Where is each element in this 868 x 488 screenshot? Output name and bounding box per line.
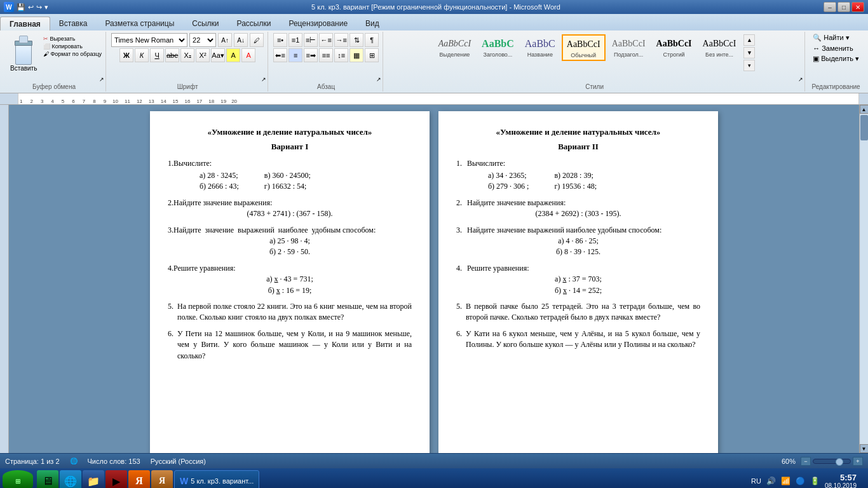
taskbar-explorer[interactable]: 🖥 <box>37 470 58 488</box>
maximize-button[interactable]: □ <box>837 2 850 12</box>
taskbar-lang[interactable]: RU <box>751 477 761 485</box>
font-grow-button[interactable]: A↑ <box>218 33 232 47</box>
page2-task3: 3. Найдите значение выражений наиболее у… <box>456 225 700 258</box>
taskbar-yandex[interactable]: Я <box>128 470 150 488</box>
language[interactable]: Русский (Россия) <box>151 458 206 465</box>
scroll-thumb[interactable] <box>860 115 868 140</box>
align-left-button[interactable]: ⬅≡ <box>273 48 287 62</box>
select-button[interactable]: ▣ Выделить ▾ <box>810 54 862 64</box>
superscript-button[interactable]: X² <box>196 48 210 62</box>
tab-insert[interactable]: Вставка <box>50 17 97 30</box>
style-normal[interactable]: AaBbCcI Обычный <box>562 34 606 61</box>
font-size-select[interactable]: 22 <box>189 33 216 47</box>
style-title[interactable]: AaBbC Название <box>520 34 560 60</box>
taskbar-word[interactable]: W 5 кл. кр3. вариант... <box>174 470 259 488</box>
word-taskbar-icon: W <box>180 476 188 486</box>
replace-button[interactable]: ↔ Заменить <box>810 44 862 53</box>
increase-indent-button[interactable]: →≡ <box>334 33 348 47</box>
taskbar-yandex2[interactable]: Я <box>151 470 173 488</box>
tab-references[interactable]: Ссылки <box>183 17 227 30</box>
border-button[interactable]: ⊞ <box>365 48 379 62</box>
clipboard-expand[interactable]: ↗ <box>99 76 104 83</box>
start-button[interactable]: ⊞ <box>3 470 33 488</box>
taskbar-folder[interactable]: 📁 <box>83 470 104 488</box>
para-expand[interactable]: ↗ <box>376 76 381 83</box>
document-scroll-area[interactable]: «Умножение и деление натуральных чисел» … <box>9 105 859 453</box>
word-count: Число слов: 153 <box>88 458 140 465</box>
font-expand[interactable]: ↗ <box>261 76 266 83</box>
taskbar-media[interactable]: ▶ <box>105 470 127 488</box>
tab-home[interactable]: Главная <box>0 17 50 30</box>
styles-scroll-up[interactable]: ▲ <box>743 34 755 46</box>
justify-button[interactable]: ≡≡ <box>319 48 333 62</box>
zoom-out-button[interactable]: − <box>801 457 811 466</box>
bold-button[interactable]: Ж <box>119 48 133 62</box>
zoom-slider-track[interactable] <box>813 459 851 464</box>
scroll-down-button[interactable]: ▼ <box>860 444 869 453</box>
clipboard-label: Буфер обмена <box>3 83 105 90</box>
font-name-select[interactable]: Times New Roman <box>111 33 187 47</box>
minimize-button[interactable]: – <box>824 2 836 12</box>
pages-container: «Умножение и деление натуральных чисел» … <box>150 111 718 447</box>
taskbar-date: 08.10.2019 <box>825 482 857 488</box>
styles-expand[interactable]: ↗ <box>798 76 803 83</box>
cut-button[interactable]: ✂Вырезать <box>43 36 102 42</box>
find-button[interactable]: 🔍 Найти ▾ <box>810 33 862 43</box>
subscript-button[interactable]: X₂ <box>180 48 194 62</box>
bullet-list-button[interactable]: ≡• <box>273 33 287 47</box>
taskbar-right: RU 🔊 📶 🔵 🔋 5:57 08.10.2019 <box>751 473 865 488</box>
styles-scroll-down[interactable]: ▼ <box>743 47 755 58</box>
save-quick[interactable]: 💾 <box>17 3 25 11</box>
paste-button[interactable]: Вставить <box>6 33 41 74</box>
decrease-indent-button[interactable]: ←≡ <box>319 33 333 47</box>
scroll-track[interactable] <box>860 114 868 444</box>
case-button[interactable]: Aa▾ <box>211 48 225 62</box>
format-painter-button[interactable]: 🖌Формат по образцу <box>43 51 102 57</box>
style-heading1[interactable]: AaBbC Заголово... <box>477 34 519 60</box>
sort-button[interactable]: ⇅ <box>349 33 363 47</box>
font-shrink-button[interactable]: A↓ <box>234 33 248 47</box>
taskbar-volume[interactable]: 🔊 <box>766 477 776 486</box>
ribbon-tabs: Главная Вставка Разметка страницы Ссылки… <box>0 14 868 30</box>
taskbar-network[interactable]: 📶 <box>781 477 790 486</box>
taskbar-bluetooth[interactable]: 🔵 <box>796 477 805 486</box>
style-strong[interactable]: AaBbCcI Строгий <box>652 34 696 60</box>
page2-task2-num: 2. <box>456 198 462 208</box>
tab-mailings[interactable]: Рассылки <box>228 17 280 30</box>
scrollbar[interactable]: ▲ ▼ <box>859 105 868 453</box>
tab-layout[interactable]: Разметка страницы <box>96 17 183 30</box>
horizontal-ruler[interactable]: 1234567891011121314151617181920 <box>18 93 859 104</box>
italic-button[interactable]: К <box>135 48 149 62</box>
page2-task1-v: в) 2028 : 39; <box>554 170 597 181</box>
page1-title: «Умножение и деление натуральных чисел» <box>168 126 412 139</box>
style-selection[interactable]: AaBbCcI Выделение <box>434 34 475 60</box>
line-spacing-button[interactable]: ↕≡ <box>334 48 348 62</box>
paste-label: Вставить <box>10 65 37 72</box>
align-right-button[interactable]: ≡➡ <box>304 48 318 62</box>
style-nospacing[interactable]: AaBbCcI Без инте... <box>698 34 741 60</box>
copy-button[interactable]: ⬜Копировать <box>43 43 102 50</box>
style-subtitle[interactable]: AaBbCcI Подзагол... <box>607 34 650 60</box>
underline-button[interactable]: Ч <box>150 48 164 62</box>
zoom-slider-thumb[interactable] <box>836 458 843 466</box>
font-color-button[interactable]: A <box>241 48 255 62</box>
close-button[interactable]: ✕ <box>851 2 864 12</box>
styles-more[interactable]: ▾ <box>743 60 755 71</box>
numbered-list-button[interactable]: ≡1 <box>288 33 302 47</box>
tab-review[interactable]: Рецензирование <box>280 17 356 30</box>
tab-view[interactable]: Вид <box>356 17 388 30</box>
clear-format-button[interactable]: 🖊 <box>250 33 264 47</box>
undo-quick[interactable]: ↩ <box>28 3 34 11</box>
show-marks-button[interactable]: ¶ <box>365 33 379 47</box>
highlight-button[interactable]: A <box>226 48 240 62</box>
taskbar-battery[interactable]: 🔋 <box>810 477 820 486</box>
multilevel-list-button[interactable]: ≡⊢ <box>304 33 318 47</box>
taskbar-ie[interactable]: 🌐 <box>60 470 81 488</box>
shading-button[interactable]: ▦ <box>349 48 363 62</box>
scroll-up-button[interactable]: ▲ <box>860 105 869 114</box>
redo-quick[interactable]: ↪ <box>36 3 42 11</box>
align-center-button[interactable]: ≡ <box>288 48 302 62</box>
page2-task6-text: У Кати на 6 кукол меньше, чем у Алёны, и… <box>466 329 700 351</box>
strikethrough-button[interactable]: abe <box>165 48 179 62</box>
zoom-in-button[interactable]: + <box>853 457 863 466</box>
